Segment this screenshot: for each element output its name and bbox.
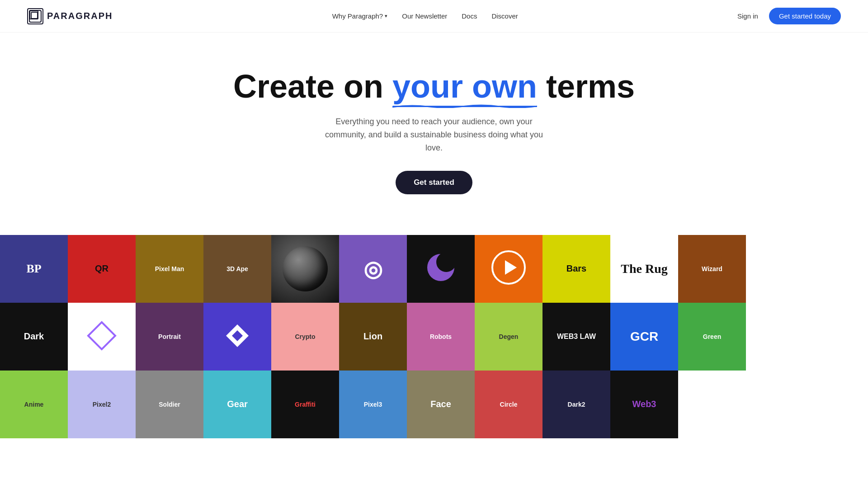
list-item[interactable]: Pixel3	[339, 371, 407, 438]
list-item[interactable]: 3D Ape	[203, 235, 271, 303]
list-item[interactable]: Lion	[339, 303, 407, 371]
get-started-button[interactable]: Get started	[396, 171, 472, 194]
list-item[interactable]: Dark	[0, 303, 68, 371]
hero-headline: Create on your own terms	[9, 69, 859, 104]
chevron-down-icon: ▾	[385, 13, 387, 19]
nav-right: Sign in Get started today	[737, 8, 841, 24]
icon-row-3: AnimePixel2SoldierGearGraffitiPixel3Face…	[0, 371, 868, 438]
list-item[interactable]: Anime	[0, 371, 68, 438]
list-item[interactable]: Degen	[475, 303, 542, 371]
icon-row-2: DarkPortraitCryptoLionRobotsDegenWEB3 LA…	[0, 303, 868, 371]
list-item[interactable]: BP	[0, 235, 68, 303]
nav-item-docs[interactable]: Docs	[462, 12, 477, 20]
list-item[interactable]: QR	[68, 235, 136, 303]
list-item[interactable]: Web3	[610, 371, 678, 438]
list-item[interactable]: Pixel2	[68, 371, 136, 438]
list-item[interactable]: Pixel Man	[136, 235, 203, 303]
icon-row-1: BPQRPixel Man3D Ape◎BarsThe RugWizard	[0, 235, 868, 303]
headline-end: terms	[537, 68, 635, 104]
list-item[interactable]	[203, 303, 271, 371]
list-item[interactable]: Portrait	[136, 303, 203, 371]
icon-grid: BPQRPixel Man3D Ape◎BarsThe RugWizard Da…	[0, 235, 868, 438]
list-item[interactable]: ◎	[339, 235, 407, 303]
list-item[interactable]: Green	[678, 303, 746, 371]
svg-rect-1	[31, 12, 38, 19]
list-item[interactable]: Dark2	[542, 371, 610, 438]
logo[interactable]: PARAGRAPH	[27, 8, 113, 24]
nav-item-discover[interactable]: Discover	[491, 12, 518, 20]
logo-text: PARAGRAPH	[47, 11, 113, 21]
hero-section: Create on your own terms Everything you …	[0, 33, 868, 217]
svg-point-3	[436, 252, 456, 272]
signin-link[interactable]: Sign in	[737, 12, 758, 20]
nav-item-why[interactable]: Why Paragraph? ▾	[332, 12, 388, 20]
headline-highlight: your own	[392, 69, 537, 104]
nav-links: Why Paragraph? ▾ Our Newsletter Docs Dis…	[332, 12, 518, 20]
list-item[interactable]: The Rug	[610, 235, 678, 303]
list-item[interactable]	[475, 235, 542, 303]
list-item[interactable]: Face	[407, 371, 475, 438]
list-item[interactable]: Crypto	[271, 303, 339, 371]
logo-icon	[27, 8, 43, 24]
list-item[interactable]: Gear	[203, 371, 271, 438]
list-item[interactable]: WEB3 LAW	[542, 303, 610, 371]
list-item[interactable]: Wizard	[678, 235, 746, 303]
navbar: PARAGRAPH Why Paragraph? ▾ Our Newslette…	[0, 0, 868, 33]
get-started-today-button[interactable]: Get started today	[769, 8, 841, 24]
list-item[interactable]: GCR	[610, 303, 678, 371]
list-item[interactable]: Graffiti	[271, 371, 339, 438]
list-item[interactable]: Bars	[542, 235, 610, 303]
headline-start: Create on	[233, 68, 392, 104]
list-item[interactable]: Robots	[407, 303, 475, 371]
svg-rect-0	[29, 10, 41, 22]
list-item[interactable]: Circle	[475, 371, 542, 438]
list-item[interactable]	[271, 235, 339, 303]
list-item[interactable]	[407, 235, 475, 303]
hero-subtext: Everything you need to reach your audien…	[316, 115, 552, 154]
list-item[interactable]: Soldier	[136, 371, 203, 438]
list-item[interactable]	[68, 303, 136, 371]
nav-item-newsletter[interactable]: Our Newsletter	[402, 12, 447, 20]
